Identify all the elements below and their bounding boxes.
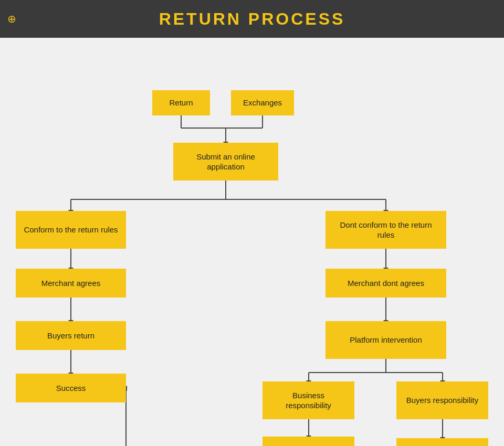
page-title: RETURN PROCESS: [159, 9, 345, 29]
buyers-return-left-box: Buyers return: [16, 321, 126, 350]
merchant-dont-box: Merchant dont agrees: [326, 269, 446, 298]
return-box: Return: [152, 90, 210, 115]
buyers-return-right-box: Buyers return: [262, 437, 354, 446]
diagram-area: Return Exchanges Submit an online applic…: [0, 38, 504, 446]
exchanges-box: Exchanges: [231, 90, 294, 115]
submit-box: Submit an online application: [173, 143, 278, 180]
buyers-responsibility-box: Buyers responsibility: [396, 381, 488, 419]
failure-box: Failure: [396, 438, 488, 446]
conform-box: Conform to the return rules: [16, 211, 126, 249]
header: ⊕ RETURN PROCESS: [0, 0, 504, 38]
crosshair-icon: ⊕: [7, 13, 16, 25]
business-responsibility-box: Business responsibility: [262, 381, 354, 419]
merchant-agrees-box: Merchant agrees: [16, 269, 126, 298]
dont-conform-box: Dont conform to the return rules: [326, 211, 446, 249]
platform-box: Platform intervention: [326, 321, 446, 359]
success-box: Success: [16, 374, 126, 402]
